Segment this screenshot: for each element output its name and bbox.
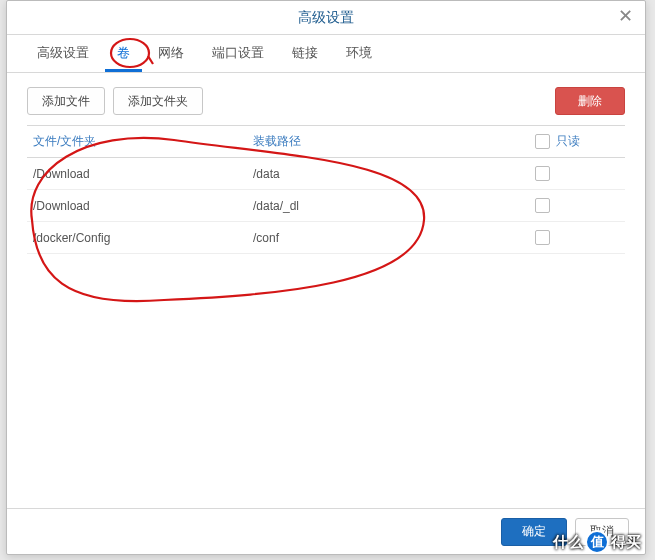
close-icon[interactable]: ✕ bbox=[615, 7, 635, 27]
dialog-title: 高级设置 bbox=[298, 9, 354, 27]
tab-env[interactable]: 环境 bbox=[334, 36, 384, 72]
cell-path: /Download bbox=[27, 167, 247, 181]
tab-links[interactable]: 链接 bbox=[280, 36, 330, 72]
toolbar: 添加文件 添加文件夹 删除 bbox=[27, 87, 625, 115]
cell-mount: /data bbox=[247, 167, 535, 181]
cell-path: /Download bbox=[27, 199, 247, 213]
readonly-checkbox[interactable] bbox=[535, 198, 550, 213]
delete-button[interactable]: 删除 bbox=[555, 87, 625, 115]
grid-header: 文件/文件夹 装载路径 只读 bbox=[27, 126, 625, 158]
tab-network[interactable]: 网络 bbox=[146, 36, 196, 72]
checkbox-icon[interactable] bbox=[535, 134, 550, 149]
table-row[interactable]: /Download /data/_dl bbox=[27, 190, 625, 222]
cell-path: /docker/Config bbox=[27, 231, 247, 245]
advanced-settings-dialog: 高级设置 ✕ 高级设置 卷 网络 端口设置 链接 环境 添加文件 添加文件夹 删… bbox=[6, 0, 646, 555]
tab-advanced[interactable]: 高级设置 bbox=[25, 36, 101, 72]
content-area: 添加文件 添加文件夹 删除 文件/文件夹 装载路径 只读 /Download /… bbox=[7, 73, 645, 508]
readonly-checkbox[interactable] bbox=[535, 166, 550, 181]
tab-ports[interactable]: 端口设置 bbox=[200, 36, 276, 72]
header-readonly[interactable]: 只读 bbox=[535, 133, 625, 150]
dialog-footer: 确定 取消 bbox=[7, 508, 645, 554]
volume-grid: 文件/文件夹 装载路径 只读 /Download /data /Download… bbox=[27, 125, 625, 498]
table-row[interactable]: /docker/Config /conf bbox=[27, 222, 625, 254]
header-path[interactable]: 文件/文件夹 bbox=[27, 133, 247, 150]
cancel-button[interactable]: 取消 bbox=[575, 518, 629, 546]
header-readonly-label: 只读 bbox=[556, 133, 580, 150]
header-mount[interactable]: 装载路径 bbox=[247, 133, 535, 150]
tab-volume[interactable]: 卷 bbox=[105, 36, 142, 72]
tab-bar: 高级设置 卷 网络 端口设置 链接 环境 bbox=[7, 35, 645, 73]
add-folder-button[interactable]: 添加文件夹 bbox=[113, 87, 203, 115]
add-file-button[interactable]: 添加文件 bbox=[27, 87, 105, 115]
cell-mount: /conf bbox=[247, 231, 535, 245]
dialog-titlebar: 高级设置 ✕ bbox=[7, 1, 645, 35]
cell-mount: /data/_dl bbox=[247, 199, 535, 213]
ok-button[interactable]: 确定 bbox=[501, 518, 567, 546]
readonly-checkbox[interactable] bbox=[535, 230, 550, 245]
table-row[interactable]: /Download /data bbox=[27, 158, 625, 190]
